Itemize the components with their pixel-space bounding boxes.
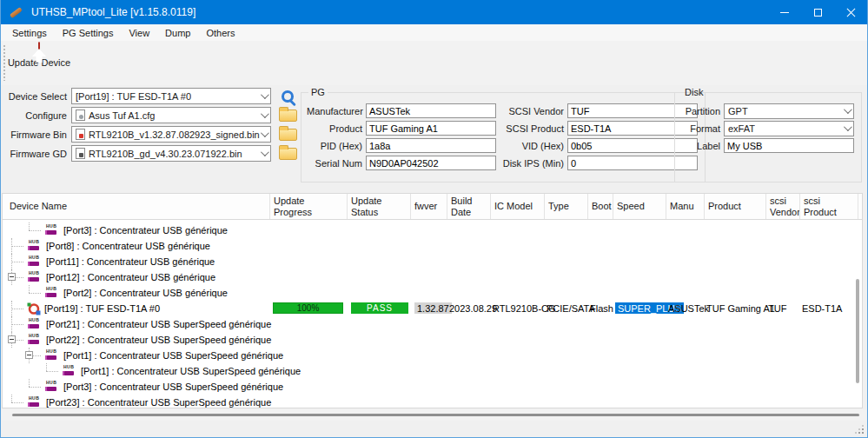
product-field[interactable] (366, 121, 496, 136)
menu-view[interactable]: View (121, 26, 157, 40)
column-header-progress[interactable]: Update Progress (270, 194, 348, 219)
tree-row[interactable]: [Port1] : Concentrateur USB SuperSpeed g… (3, 363, 854, 379)
tree-row[interactable]: [Port19] : TUF ESD-T1A #0100%PASS1.32.87… (3, 301, 854, 316)
collapse-expander-icon[interactable] (8, 335, 16, 343)
collapse-expander-icon[interactable] (8, 273, 16, 281)
menu-pg-settings[interactable]: PG Settings (55, 26, 122, 40)
app-window: UTHSB_MPtool_Lite [v1.15.8.0119] Setting… (0, 0, 868, 438)
serial-num-field[interactable] (366, 156, 496, 170)
column-header-product[interactable]: Product (705, 194, 766, 219)
tree-connector (8, 395, 27, 408)
chevron-down-icon (261, 110, 269, 118)
firmware-bin-combobox[interactable]: RTL9210B_v1.32.87.082923_signed.bin (71, 126, 271, 143)
usb-hub-icon (44, 288, 59, 299)
tree-row[interactable]: [Port12] : Concentrateur USB générique (3, 269, 854, 285)
tree-row-label: [Port1] : Concentrateur USB SuperSpeed g… (63, 350, 283, 361)
field-label: SCSI Product (500, 123, 564, 134)
disk-group-title: Disk (682, 87, 706, 97)
tree-row[interactable]: [Port3] : Concentrateur USB générique (3, 222, 854, 238)
chevron-down-icon (844, 105, 852, 114)
configure-combobox[interactable]: Asus Tuf A1.cfg (71, 107, 271, 123)
column-header-name[interactable]: Device Name (3, 194, 270, 219)
disk-field-row: FormatexFAT (680, 121, 854, 136)
horizontal-scrollbar[interactable] (2, 409, 866, 421)
tree-row[interactable]: [Port23] : Concentrateur USB SuperSpeed … (3, 395, 854, 408)
field-label: Manufacturer (307, 106, 362, 116)
tree-row-label: [Port11] : Concentrateur USB générique (46, 256, 215, 267)
pg-group-title: PG (308, 87, 328, 97)
device-form-row: Device Select[Port19] : TUF ESD-T1A #0 (6, 88, 300, 104)
combobox-value: RTL9210B_v1.32.87.082923_signed.bin (89, 129, 260, 140)
tree-row[interactable]: [Port1] : Concentrateur USB SuperSpeed g… (3, 348, 854, 363)
pg-field-row: Serial Num (307, 156, 496, 170)
tree-row[interactable]: [Port11] : Concentrateur USB générique (3, 254, 854, 269)
tree-row-label: [Port3] : Concentrateur USB générique (63, 225, 228, 236)
column-header-scsi_vendor[interactable]: scsi Vendor (766, 194, 800, 219)
browse-folder-button[interactable] (275, 143, 300, 164)
boot-cell: Flash (590, 302, 613, 315)
tree-connector (8, 332, 27, 348)
menu-settings[interactable]: Settings (4, 26, 55, 40)
menu-others[interactable]: Others (198, 26, 242, 40)
minimize-button[interactable] (768, 0, 801, 24)
vertical-scrollbar[interactable] (854, 221, 862, 408)
usb-hub-icon (44, 225, 59, 236)
disk-group: Disk PartitionGPTFormatexFATLabel (674, 87, 862, 182)
tree-row[interactable]: [Port3] : Concentrateur USB SuperSpeed g… (3, 379, 854, 395)
menu-dump[interactable]: Dump (157, 26, 198, 40)
column-header-build_date[interactable]: Build Date (447, 194, 491, 219)
column-header-status[interactable]: Update Status (348, 194, 411, 219)
column-header-scsi_product[interactable]: scsi Product (800, 194, 858, 219)
browse-folder-button[interactable] (275, 105, 300, 126)
column-header-boot[interactable]: Boot (588, 194, 613, 219)
field-label: Label (680, 141, 720, 151)
format-combobox[interactable]: exFAT (724, 121, 854, 136)
column-header-speed[interactable]: Speed (613, 194, 666, 219)
firmware-gd-combobox[interactable]: RTL9210B_gd_v4.30.23.071922.bin (71, 145, 271, 162)
resize-grip-icon[interactable] (857, 427, 864, 434)
horizontal-scrollbar-thumb[interactable] (12, 414, 859, 416)
usb-device-icon (27, 302, 41, 315)
vertical-scrollbar-thumb[interactable] (856, 279, 859, 383)
tree-connector (43, 363, 62, 379)
type-cell: PCIE/SATA (547, 302, 595, 315)
table-header: Device NameUpdate ProgressUpdate Statusf… (3, 194, 862, 220)
maximize-button[interactable] (801, 0, 834, 24)
update-device-button[interactable]: Update Device (7, 43, 71, 68)
minimize-icon (780, 12, 789, 13)
combobox-value: GPT (728, 106, 748, 116)
tree-row[interactable]: [Port8] : Concentrateur USB générique (3, 238, 854, 254)
column-header-ic_model[interactable]: IC Model (491, 194, 545, 219)
tree-row[interactable]: [Port2] : Concentrateur USB générique (3, 285, 854, 301)
combobox-value: [Port19] : TUF ESD-T1A #0 (76, 91, 191, 102)
tree-connector (8, 301, 27, 316)
field-label: Partition (680, 106, 720, 116)
manufacturer-field[interactable] (366, 103, 496, 118)
pg-field-row: PID (Hex) (307, 138, 496, 153)
tree-row[interactable]: [Port21] : Concentrateur USB SuperSpeed … (3, 316, 854, 332)
toolbar-grip[interactable] (3, 45, 5, 81)
tree-row-label: [Port23] : Concentrateur USB SuperSpeed … (46, 397, 271, 408)
collapse-expander-icon[interactable] (25, 351, 33, 359)
field-label: Serial Num (307, 158, 362, 169)
column-header-manu[interactable]: Manu (666, 194, 705, 219)
device-select-combobox[interactable]: [Port19] : TUF ESD-T1A #0 (71, 88, 271, 104)
browse-folder-button[interactable] (275, 124, 300, 145)
folder-icon (279, 129, 297, 141)
close-button[interactable] (834, 0, 867, 24)
search-button[interactable] (275, 86, 300, 107)
label-field[interactable] (724, 138, 854, 153)
partition-combobox[interactable]: GPT (724, 103, 854, 119)
update-device-icon (38, 42, 40, 56)
column-header-fwver[interactable]: fwver (411, 194, 447, 219)
tree-row[interactable]: [Port22] : Concentrateur USB SuperSpeed … (3, 332, 854, 348)
tree-row-label: [Port22] : Concentrateur USB SuperSpeed … (46, 335, 271, 345)
toolbar: Update Device (1, 41, 867, 85)
pid-hex--field[interactable] (366, 138, 496, 153)
maximize-icon (814, 9, 822, 17)
column-header-type[interactable]: Type (545, 194, 588, 219)
combobox-value: Asus Tuf A1.cfg (89, 110, 155, 121)
tree-connector (25, 285, 44, 301)
field-label: Configure (6, 110, 67, 121)
field-label: Product (307, 123, 362, 134)
